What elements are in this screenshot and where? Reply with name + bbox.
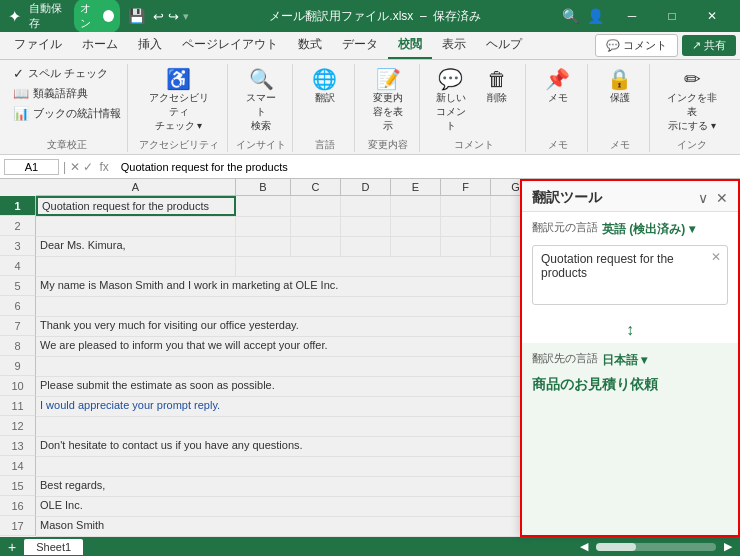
- cell-b1[interactable]: [236, 196, 291, 216]
- row-num-14[interactable]: 14: [0, 456, 36, 476]
- cell-a13[interactable]: Don't hesitate to contact us if you have…: [36, 437, 541, 456]
- thesaurus-button[interactable]: 📖 類義語辞典: [9, 84, 125, 103]
- scrollbar-thumb[interactable]: [596, 543, 636, 551]
- add-sheet-button[interactable]: +: [8, 539, 16, 555]
- scrollbar-track[interactable]: [596, 543, 716, 551]
- cell-a8[interactable]: We are pleased to inform you that we wil…: [36, 337, 541, 356]
- sheet-tab-sheet1[interactable]: Sheet1: [24, 539, 83, 555]
- cell-a9[interactable]: [36, 357, 541, 376]
- scroll-left-button[interactable]: ◀: [580, 540, 588, 553]
- col-header-c[interactable]: C: [291, 179, 341, 195]
- tab-help[interactable]: ヘルプ: [476, 32, 532, 59]
- scroll-right-button[interactable]: ▶: [724, 540, 732, 553]
- delete-comment-button[interactable]: 🗑 削除: [475, 64, 519, 136]
- cell-a5[interactable]: My name is Mason Smith and I work in mar…: [36, 277, 541, 296]
- row-num-16[interactable]: 16: [0, 496, 36, 516]
- cell-f1[interactable]: [441, 196, 491, 216]
- col-header-d[interactable]: D: [341, 179, 391, 195]
- panel-close-button[interactable]: ✕: [716, 190, 728, 206]
- cell-a6[interactable]: [36, 297, 541, 316]
- cell-a2[interactable]: [36, 217, 236, 236]
- search-icon-title[interactable]: 🔍: [562, 8, 579, 24]
- row-num-4[interactable]: 4: [0, 256, 36, 276]
- swap-languages-button[interactable]: ↕: [522, 317, 738, 343]
- tab-data[interactable]: データ: [332, 32, 388, 59]
- target-lang-selector[interactable]: 日本語 ▾: [602, 352, 647, 369]
- cell-a17[interactable]: Mason Smith: [36, 517, 541, 536]
- show-changes-button[interactable]: 📝 変更内容を表示: [365, 64, 411, 136]
- share-button[interactable]: ↗ 共有: [682, 35, 736, 56]
- row-num-9[interactable]: 9: [0, 356, 36, 376]
- cell-a15[interactable]: Best regards,: [36, 477, 541, 496]
- cell-d1[interactable]: [341, 196, 391, 216]
- cell-c3[interactable]: [291, 237, 341, 256]
- row-num-10[interactable]: 10: [0, 376, 36, 396]
- tab-home[interactable]: ホーム: [72, 32, 128, 59]
- hide-ink-button[interactable]: ✏ インクを非表示にする ▾: [660, 64, 724, 136]
- col-header-b[interactable]: B: [236, 179, 291, 195]
- tab-formulas[interactable]: 数式: [288, 32, 332, 59]
- row-num-3[interactable]: 3: [0, 236, 36, 256]
- new-comment-button[interactable]: 💬 新しいコメント: [429, 64, 473, 136]
- tab-review[interactable]: 校閲: [388, 32, 432, 59]
- col-header-f[interactable]: F: [441, 179, 491, 195]
- tab-page-layout[interactable]: ページレイアウト: [172, 32, 288, 59]
- cell-b3[interactable]: [236, 237, 291, 256]
- cell-e3[interactable]: [391, 237, 441, 256]
- row-num-12[interactable]: 12: [0, 416, 36, 436]
- row-num-11[interactable]: 11: [0, 396, 36, 416]
- cell-d2[interactable]: [341, 217, 391, 236]
- row-num-15[interactable]: 15: [0, 476, 36, 496]
- close-button[interactable]: ✕: [692, 0, 732, 32]
- cell-a1[interactable]: Quotation request for the products: [36, 196, 236, 216]
- cell-a3[interactable]: Dear Ms. Kimura,: [36, 237, 236, 256]
- row-num-13[interactable]: 13: [0, 436, 36, 456]
- formula-input[interactable]: [117, 160, 736, 174]
- cell-a16[interactable]: OLE Inc.: [36, 497, 541, 516]
- workbook-stats-button[interactable]: 📊 ブックの統計情報: [9, 104, 125, 123]
- cell-a14[interactable]: [36, 457, 541, 476]
- comment-button[interactable]: 💬 コメント: [595, 34, 678, 57]
- col-header-a[interactable]: A: [36, 179, 236, 195]
- cell-reference-input[interactable]: [4, 159, 59, 175]
- cell-f3[interactable]: [441, 237, 491, 256]
- row-num-6[interactable]: 6: [0, 296, 36, 316]
- autosave-toggle[interactable]: オン: [74, 0, 120, 33]
- cell-e1[interactable]: [391, 196, 441, 216]
- row-num-1[interactable]: 1: [0, 196, 36, 216]
- row-num-2[interactable]: 2: [0, 216, 36, 236]
- row-num-17[interactable]: 17: [0, 516, 36, 536]
- cell-e2[interactable]: [391, 217, 441, 236]
- accessibility-check-button[interactable]: ♿ アクセシビリティチェック ▾: [138, 64, 220, 136]
- col-header-e[interactable]: E: [391, 179, 441, 195]
- cell-a11[interactable]: I would appreciate your prompt reply.: [36, 397, 541, 416]
- protect-button[interactable]: 🔒 保護: [598, 64, 642, 108]
- source-lang-selector[interactable]: 英語 (検出済み) ▾: [602, 221, 695, 238]
- minimize-button[interactable]: ─: [612, 0, 652, 32]
- cell-b2[interactable]: [236, 217, 291, 236]
- redo-icon[interactable]: ↪: [168, 9, 179, 24]
- cell-a12[interactable]: [36, 417, 541, 436]
- smart-search-button[interactable]: 🔍 スマート検索: [238, 64, 284, 136]
- cell-a7[interactable]: Thank you very much for visiting our off…: [36, 317, 541, 336]
- user-icon[interactable]: 👤: [587, 8, 604, 24]
- maximize-button[interactable]: □: [652, 0, 692, 32]
- source-text-box[interactable]: Quotation request for the products ✕: [532, 245, 728, 305]
- clear-source-button[interactable]: ✕: [711, 250, 721, 264]
- row-num-5[interactable]: 5: [0, 276, 36, 296]
- cell-a10[interactable]: Please submit the estimate as soon as po…: [36, 377, 541, 396]
- undo-icon[interactable]: ↩: [153, 9, 164, 24]
- spellcheck-button[interactable]: ✓ スペル チェック: [9, 64, 125, 83]
- panel-collapse-button[interactable]: ∨: [698, 190, 708, 206]
- cell-f2[interactable]: [441, 217, 491, 236]
- row-num-8[interactable]: 8: [0, 336, 36, 356]
- tab-file[interactable]: ファイル: [4, 32, 72, 59]
- tab-view[interactable]: 表示: [432, 32, 476, 59]
- save-icon[interactable]: 💾: [128, 8, 145, 24]
- translate-button[interactable]: 🌐 翻訳: [303, 64, 347, 108]
- cell-c1[interactable]: [291, 196, 341, 216]
- cell-d3[interactable]: [341, 237, 391, 256]
- cell-a4[interactable]: [36, 257, 236, 276]
- memo-button[interactable]: 📌 メモ: [536, 64, 580, 108]
- row-num-7[interactable]: 7: [0, 316, 36, 336]
